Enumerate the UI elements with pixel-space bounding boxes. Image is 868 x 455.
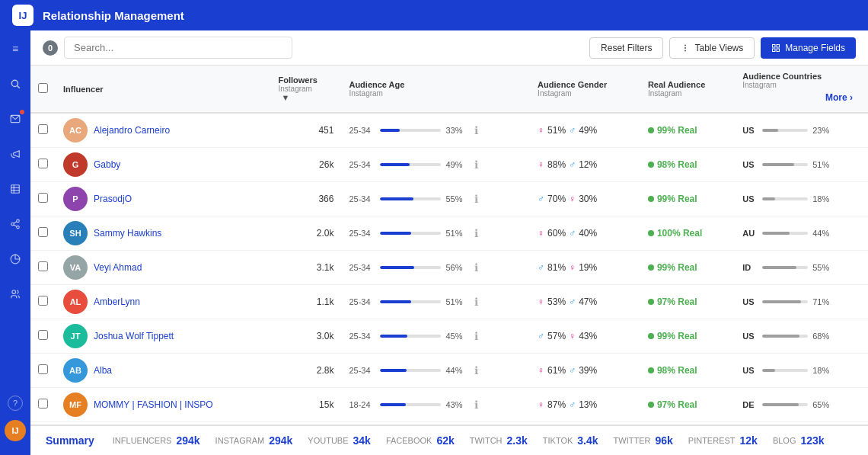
followers-filter-icon[interactable]: ▼	[281, 93, 289, 102]
followers-cell: 3.0k	[270, 319, 341, 354]
row-checkbox[interactable]	[38, 124, 48, 134]
audience-gender-cell: ♀ 88% ♂ 12%	[530, 148, 640, 182]
summary-item: TWITTER 96k	[614, 434, 673, 447]
female-icon: ♀	[538, 296, 544, 307]
summary-value: 12k	[740, 434, 758, 447]
real-audience-cell: 100% Real	[640, 216, 735, 251]
real-audience-badge: 99% Real	[648, 125, 727, 136]
manage-fields-button[interactable]: Manage Fields	[761, 37, 856, 59]
svg-rect-18	[773, 49, 776, 52]
male-icon: ♂	[538, 262, 544, 273]
summary-item: BLOG 123k	[773, 434, 825, 447]
age-info-icon[interactable]: ℹ	[474, 124, 478, 136]
audience-gender-col-header: Audience Gender Instagram	[530, 66, 640, 113]
filter-count-badge: 0	[43, 40, 58, 56]
audience-countries-cell: US 18%	[735, 182, 868, 216]
influencer-name[interactable]: MOMMY | FASHION | INSPO	[94, 399, 213, 410]
table-icon[interactable]	[5, 178, 26, 200]
row-checkbox[interactable]	[38, 296, 48, 306]
age-info-icon[interactable]: ℹ	[474, 261, 478, 274]
influencer-cell: VA Veyi Ahmad	[56, 251, 270, 285]
age-info-icon[interactable]: ℹ	[474, 330, 478, 342]
search-input[interactable]	[64, 37, 292, 59]
menu-icon[interactable]: ≡	[5, 38, 26, 59]
summary-platform: TWITTER	[614, 436, 651, 445]
row-checkbox[interactable]	[38, 330, 48, 340]
summary-item: INFLUENCERS 294k	[113, 434, 200, 447]
followers-cell: 366	[270, 182, 341, 216]
summary-item: TWITCH 2.3k	[470, 434, 528, 447]
female-icon: ♀	[569, 331, 576, 341]
male-icon: ♂	[569, 228, 576, 239]
row-checkbox[interactable]	[38, 261, 48, 271]
mail-icon[interactable]	[5, 108, 26, 130]
influencer-name[interactable]: Sammy Hawkins	[94, 228, 161, 239]
followers-cell: 1.1k	[270, 285, 341, 319]
people-icon[interactable]	[5, 284, 26, 305]
sidebar: ≡ ? IJ	[0, 30, 30, 455]
chart-icon[interactable]	[5, 248, 26, 270]
audience-gender-cell: ♀ 60% ♂ 40%	[530, 216, 640, 251]
influencer-cell: MF MOMMY | FASHION | INSPO	[56, 388, 270, 422]
help-icon[interactable]: ?	[8, 396, 23, 411]
search-icon[interactable]	[5, 73, 26, 95]
svg-point-12	[12, 290, 16, 294]
real-audience-cell: 99% Real	[640, 251, 735, 285]
influencer-avatar: JT	[63, 324, 88, 348]
row-checkbox[interactable]	[38, 159, 48, 168]
user-avatar[interactable]: IJ	[5, 420, 26, 441]
audience-age-cell: 25-34 51% ℹ	[341, 216, 530, 251]
table-row: VA Veyi Ahmad 3.1k 25-34 56% ℹ ♂ 81% ♀ 1…	[30, 251, 868, 285]
age-info-icon[interactable]: ℹ	[474, 227, 478, 239]
table-views-button[interactable]: Table Views	[669, 37, 755, 59]
real-audience-cell: 97% Real	[640, 388, 735, 422]
influencer-cell: G Gabby	[56, 148, 270, 182]
influencer-avatar: AC	[63, 118, 88, 143]
svg-point-7	[17, 219, 20, 223]
select-all-checkbox[interactable]	[38, 83, 48, 93]
age-info-icon[interactable]: ℹ	[474, 159, 478, 171]
influencer-name[interactable]: PrasodjO	[94, 194, 132, 204]
table-row: P PrasodjO 366 25-34 55% ℹ ♂ 70% ♀ 30%99…	[30, 182, 868, 216]
audience-gender-cell: ♂ 57% ♀ 43%	[530, 319, 640, 354]
influencer-name[interactable]: Alejandro Carneiro	[94, 125, 170, 136]
row-checkbox[interactable]	[38, 364, 48, 374]
more-columns-link[interactable]: More ›	[742, 89, 860, 106]
age-info-icon[interactable]: ℹ	[474, 193, 478, 205]
real-audience-badge: 100% Real	[648, 228, 727, 239]
age-info-icon[interactable]: ℹ	[474, 399, 478, 411]
svg-rect-16	[773, 44, 776, 47]
real-audience-cell: 99% Real	[640, 182, 735, 216]
influencer-col-header: Influencer	[56, 66, 270, 113]
audience-age-col-header: Audience Age Instagram	[341, 66, 530, 113]
summary-value: 3.4k	[577, 434, 598, 447]
age-info-icon[interactable]: ℹ	[474, 296, 478, 308]
influencer-name[interactable]: Gabby	[94, 159, 120, 170]
summary-platform: TWITCH	[470, 436, 503, 445]
female-icon: ♀	[569, 194, 576, 204]
megaphone-icon[interactable]	[5, 143, 26, 165]
audience-gender-cell: ♀ 51% ♂ 49%	[530, 113, 640, 148]
real-audience-badge: 99% Real	[648, 331, 727, 341]
influencer-name[interactable]: Alba	[94, 365, 112, 376]
summary-platform: INSTAGRAM	[215, 436, 265, 445]
real-audience-badge: 97% Real	[648, 296, 727, 307]
influencer-cell: P PrasodjO	[56, 182, 270, 216]
audience-gender-cell: ♂ 81% ♀ 19%	[530, 251, 640, 285]
summary-platform: BLOG	[773, 436, 796, 445]
row-checkbox[interactable]	[38, 227, 48, 237]
influencer-name[interactable]: Veyi Ahmad	[94, 262, 142, 273]
reset-filters-button[interactable]: Reset Filters	[589, 37, 663, 59]
row-checkbox[interactable]	[38, 399, 48, 409]
influencer-avatar: G	[63, 152, 88, 177]
influencer-name[interactable]: AmberLynn	[94, 296, 140, 307]
followers-cell: 15k	[270, 388, 341, 422]
influencer-cell: JT Joshua Wolf Tippett	[56, 319, 270, 354]
svg-line-11	[14, 222, 17, 223]
share-icon[interactable]	[5, 213, 26, 235]
influencer-avatar: VA	[63, 255, 88, 280]
row-checkbox[interactable]	[38, 193, 48, 203]
influencer-name[interactable]: Joshua Wolf Tippett	[94, 331, 174, 341]
age-info-icon[interactable]: ℹ	[474, 364, 478, 376]
select-all-header[interactable]	[30, 66, 56, 113]
